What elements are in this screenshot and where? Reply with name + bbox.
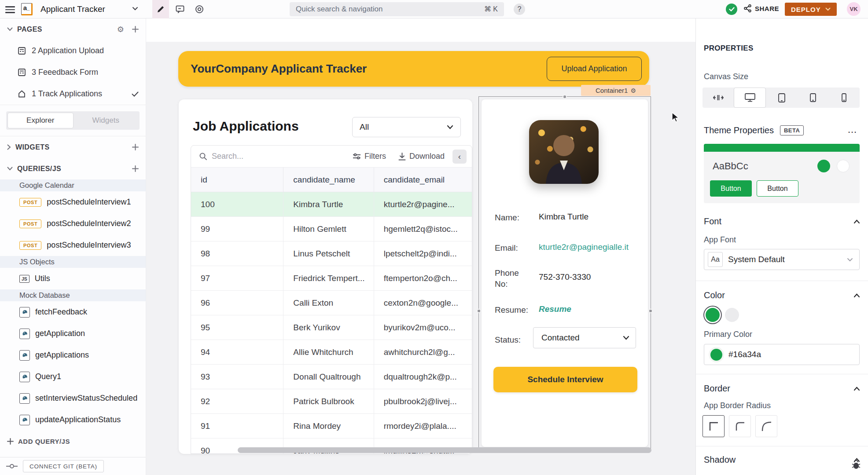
border-section-header[interactable]: Border bbox=[704, 384, 860, 394]
query-postScheduleInterview1[interactable]: POST postScheduleInterview1 bbox=[0, 191, 146, 213]
column-header-id[interactable]: id bbox=[191, 168, 283, 192]
tab-widgets[interactable]: Widgets bbox=[74, 113, 139, 128]
user-avatar[interactable]: VK bbox=[847, 2, 861, 16]
theme-preview-card[interactable]: AaBbCc Button Button bbox=[704, 144, 860, 203]
app-font-select[interactable]: Aa System Default bbox=[704, 249, 860, 270]
schedule-interview-button[interactable]: Schedule Interview bbox=[493, 367, 637, 392]
color-swatch-light[interactable] bbox=[725, 308, 739, 322]
canvas-size-tablet-large-icon[interactable] bbox=[766, 88, 797, 108]
table-row[interactable]: 94 Allie Whitchurch awhitchurch2l@g... bbox=[191, 340, 472, 365]
column-header-candidate-email[interactable]: candidate_email bbox=[374, 168, 472, 192]
chevron-up-icon[interactable] bbox=[853, 219, 860, 224]
widgets-section-header[interactable]: WIDGETS bbox=[0, 136, 146, 158]
collapse-panel-button[interactable]: ‹ bbox=[452, 150, 467, 164]
canvas-size-tablet-icon[interactable] bbox=[797, 88, 828, 108]
chevron-up-icon[interactable] bbox=[853, 387, 860, 391]
canvas-size-desktop-icon[interactable] bbox=[734, 88, 766, 108]
query-query1[interactable]: Query1 bbox=[0, 366, 146, 387]
horizontal-scrollbar[interactable] bbox=[238, 447, 651, 453]
border-radius-large-option[interactable] bbox=[755, 415, 777, 437]
add-page-plus-icon[interactable] bbox=[132, 26, 139, 33]
query-label: updateApplicationStatus bbox=[35, 415, 121, 424]
quick-search[interactable]: ⌘ K bbox=[290, 2, 504, 16]
font-section-header[interactable]: Font bbox=[704, 216, 860, 227]
canvas-size-fluid-icon[interactable] bbox=[702, 88, 734, 108]
widget-settings-gear-icon[interactable]: ⚙ bbox=[630, 87, 636, 94]
query-setInterviewStatusScheduled[interactable]: setInterviewStatusScheduled bbox=[0, 387, 146, 409]
tab-explorer[interactable]: Explorer bbox=[7, 113, 74, 128]
sidebar-page-feedback-form[interactable]: 3 Feeedback Form bbox=[0, 62, 146, 83]
query-postScheduleInterview2[interactable]: POST postScheduleInterview2 bbox=[0, 213, 146, 234]
query-updateApplicationStatus[interactable]: updateApplicationStatus bbox=[0, 409, 146, 431]
datasource-group-google-calendar[interactable]: Google Calendar bbox=[0, 179, 146, 191]
chevron-down-icon[interactable] bbox=[132, 7, 138, 11]
status-filter-select[interactable]: All bbox=[352, 117, 461, 137]
add-widget-plus-icon[interactable] bbox=[132, 144, 139, 150]
share-button[interactable]: SHARE bbox=[744, 4, 779, 12]
comments-button[interactable] bbox=[172, 0, 188, 18]
shadow-section-header[interactable]: Shadow bbox=[704, 455, 860, 465]
container1-widget-tag[interactable]: Container1 ⚙ bbox=[581, 85, 651, 96]
color-swatch-green[interactable] bbox=[706, 308, 720, 322]
hamburger-menu-icon[interactable] bbox=[5, 4, 15, 15]
table-row[interactable]: 95 Berk Yurikov byurikov2m@uco... bbox=[191, 315, 472, 340]
cell-name: Kimbra Turtle bbox=[283, 192, 374, 216]
download-button[interactable]: Download bbox=[398, 152, 445, 161]
cell-email: cexton2n@google... bbox=[374, 291, 472, 315]
add-query-plus-icon[interactable] bbox=[132, 165, 139, 172]
table-search-input[interactable] bbox=[212, 152, 348, 161]
add-query-js-button[interactable]: ADD QUERY/JS bbox=[0, 431, 146, 452]
datasource-group-js-objects[interactable]: JS Objects bbox=[0, 256, 146, 268]
filters-button[interactable]: Filters bbox=[353, 152, 386, 161]
quick-search-input[interactable] bbox=[290, 2, 504, 16]
page-label: 3 Feeedback Form bbox=[32, 68, 98, 77]
query-getApplication[interactable]: getApplication bbox=[0, 323, 146, 344]
query-postScheduleInterview3[interactable]: POST postScheduleInterview3 bbox=[0, 234, 146, 256]
resize-handle-left[interactable] bbox=[477, 309, 481, 313]
preview-mode-button[interactable] bbox=[191, 0, 208, 18]
datasource-group-mock-database[interactable]: Mock Database bbox=[0, 289, 146, 301]
table-row[interactable]: 91 Rina Mordey rmordey2i@plala.... bbox=[191, 414, 472, 438]
help-button[interactable]: ? bbox=[514, 4, 525, 15]
resume-link[interactable]: Resume bbox=[539, 304, 571, 314]
deploy-button[interactable]: DEPLOY bbox=[785, 3, 837, 16]
table-row[interactable]: 97 Friedrick Tempert... ftemperton2o@ch.… bbox=[191, 266, 472, 291]
query-label: Query1 bbox=[35, 372, 61, 381]
column-header-candidate-name[interactable]: candidate_name bbox=[283, 168, 374, 192]
query-fetchFeedback[interactable]: fetchFeedback bbox=[0, 301, 146, 323]
sidebar-page-application-upload[interactable]: 2 Application Upload bbox=[0, 40, 146, 62]
email-link[interactable]: kturtle2r@paginegialle.it bbox=[539, 242, 629, 252]
queries-section-header[interactable]: QUERIES/JS bbox=[0, 158, 146, 179]
upload-application-button[interactable]: Upload Application bbox=[547, 57, 642, 81]
chevron-up-icon[interactable] bbox=[853, 293, 860, 298]
cell-email: awhitchurch2l@g... bbox=[374, 340, 472, 364]
debug-bug-icon[interactable] bbox=[851, 460, 861, 470]
primary-color-input[interactable]: #16a34a bbox=[704, 344, 860, 365]
canvas-size-mobile-icon[interactable] bbox=[828, 88, 860, 108]
border-radius-medium-option[interactable] bbox=[729, 415, 751, 437]
table-row[interactable]: 99 Hilton Gemlett hgemlett2q@istoc... bbox=[191, 217, 472, 241]
table-row[interactable]: 100 Kimbra Turtle kturtle2r@pagine... bbox=[191, 192, 472, 217]
table-row[interactable]: 93 Donall Qualtrough dqualtrough2k@p... bbox=[191, 365, 472, 389]
app-header-widget[interactable]: YourCompany Applicant Tracker Upload App… bbox=[178, 51, 649, 87]
status-select[interactable]: Contacted bbox=[533, 327, 636, 348]
edit-mode-button[interactable] bbox=[152, 0, 169, 18]
theme-more-options-icon[interactable]: … bbox=[847, 124, 858, 135]
js-object-utils[interactable]: JS Utils bbox=[0, 268, 146, 289]
app-title[interactable]: Applicant Tracker bbox=[40, 4, 105, 14]
color-section-header[interactable]: Color bbox=[704, 290, 860, 300]
applications-table: Filters Download ‹ id candidate_name can… bbox=[191, 145, 472, 454]
sidebar-page-track-applications[interactable]: 1 Track Applications bbox=[0, 83, 146, 105]
query-getApplications[interactable]: getApplications bbox=[0, 344, 146, 366]
table-row[interactable]: 98 Linus Petschelt lpetschelt2p@indi... bbox=[191, 241, 472, 266]
table-row[interactable]: 96 Calli Exton cexton2n@google... bbox=[191, 291, 472, 315]
connect-git-button[interactable]: CONNECT GIT (BETA) bbox=[23, 460, 104, 472]
plus-icon bbox=[7, 438, 14, 445]
table-row[interactable]: 92 Patrick Bulbrook pbulbrook2j@livej... bbox=[191, 389, 472, 414]
resize-handle-right[interactable] bbox=[648, 309, 653, 313]
pages-settings-gear-icon[interactable]: ⚙ bbox=[117, 25, 124, 34]
border-radius-none-option[interactable] bbox=[702, 415, 725, 437]
container1-selection-outline[interactable]: Name: Kimbra Turtle Email: kturtle2r@pag… bbox=[478, 96, 651, 450]
pages-header[interactable]: PAGES ⚙ bbox=[0, 18, 146, 40]
resize-handle-top[interactable] bbox=[563, 95, 567, 99]
